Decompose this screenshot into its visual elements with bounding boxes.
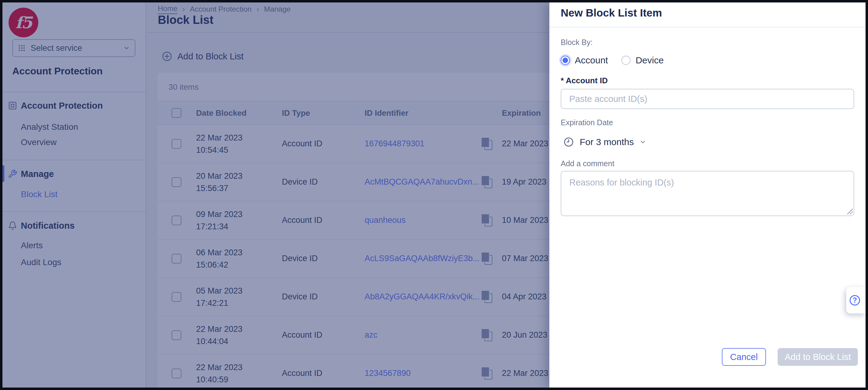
help-button[interactable]: ? <box>846 287 866 314</box>
question-circle-icon: ? <box>849 295 860 305</box>
comment-label: Add a comment <box>561 159 614 168</box>
expiration-dropdown[interactable]: For 3 months <box>563 136 646 148</box>
chevron-down-icon <box>640 139 646 145</box>
device-radio[interactable] <box>621 56 630 65</box>
block-by-radio-group: Account Device <box>561 55 664 66</box>
app-window: f5 Select service Account Protection <box>0 0 868 390</box>
device-radio-label[interactable]: Device <box>636 55 664 66</box>
panel-title-divider <box>549 27 866 28</box>
new-block-list-item-panel: New Block List Item Block By: Account De… <box>549 2 866 388</box>
modal-backdrop[interactable] <box>2 2 549 388</box>
add-to-block-list-submit-button[interactable]: Add to Block List <box>778 348 858 366</box>
comment-textarea[interactable] <box>561 171 854 216</box>
expiration-dropdown-value: For 3 months <box>580 137 634 147</box>
block-by-label: Block By: <box>561 38 593 47</box>
account-radio-label[interactable]: Account <box>575 55 608 66</box>
panel-title: New Block List Item <box>561 7 662 19</box>
cancel-button[interactable]: Cancel <box>722 348 766 366</box>
account-id-input[interactable] <box>561 89 854 109</box>
expiration-date-label: Expiration Date <box>561 118 613 127</box>
account-id-label: * Account ID <box>561 76 608 86</box>
clock-icon <box>563 136 574 148</box>
account-radio[interactable] <box>561 56 570 65</box>
